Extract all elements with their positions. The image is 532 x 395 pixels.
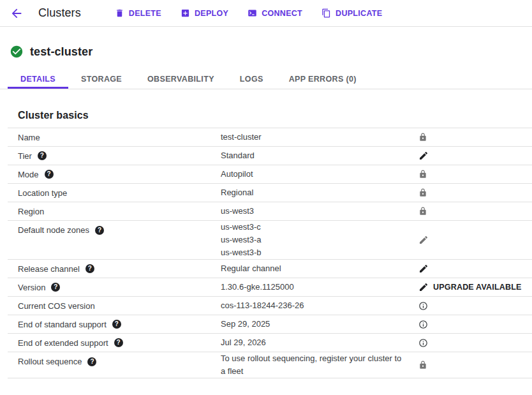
check-circle-icon [10,45,24,59]
row-label: End of standard support? [18,320,221,329]
back-arrow-icon [10,6,24,20]
delete-button[interactable]: DELETE [114,6,163,20]
row-value: Autopilot [221,168,407,181]
row-label: Region [18,207,221,216]
row-value-line: Autopilot [221,168,407,181]
row-value-line: Regional [221,186,407,199]
row-action [418,151,429,161]
action-button-label: DUPLICATE [336,9,382,18]
row-action [418,170,427,179]
row-value: Regular channel [221,262,407,275]
table-row: Tier?Standard [8,147,532,165]
basics-table: Nametest-clusterTier?StandardMode?Autopi… [8,128,532,378]
row-value: To use rollout sequencing, register your… [221,352,407,378]
tab-label: OBSERVABILITY [147,75,214,84]
row-value-line: cos-113-18244-236-26 [221,299,407,312]
row-action [418,338,428,348]
edit-button[interactable] [418,151,429,161]
row-label: Version? [18,283,221,292]
row-action [418,235,429,245]
info-icon [418,320,428,329]
help-icon[interactable]: ? [95,226,104,235]
row-value-line: Sep 29, 2025 [221,318,407,331]
row-value-line: 1.30.6-gke.1125000 [221,281,407,294]
row-label-text: Rollout sequence [18,357,82,366]
row-label-text: Tier [18,151,32,161]
row-label: Location type [18,188,221,198]
row-action [418,188,427,197]
help-icon[interactable]: ? [38,151,47,160]
cluster-title-row: test-cluster [0,44,532,59]
table-row: Current COS versioncos-113-18244-236-26 [8,297,532,315]
row-label: End of extended support? [18,338,221,348]
row-label-text: Location type [18,188,67,198]
help-icon[interactable]: ? [51,283,60,292]
row-label: Mode? [18,170,221,179]
tab-app-errors-0[interactable]: APP ERRORS (0) [276,69,369,89]
help-icon[interactable]: ? [112,320,121,329]
table-row: Rollout sequence?To use rollout sequenci… [8,352,532,378]
info-button[interactable] [418,320,428,329]
row-label-text: Mode [18,170,39,179]
lock-icon [418,170,427,179]
row-label-text: End of standard support [18,320,107,329]
row-action: UPGRADE AVAILABLE [418,282,522,292]
lock-icon [418,133,427,142]
help-icon[interactable]: ? [87,357,96,366]
lock-icon [418,207,427,216]
info-button[interactable] [418,338,428,348]
edit-button[interactable] [418,264,429,274]
row-value: us-west3 [221,205,407,218]
tab-details[interactable]: DETAILS [8,69,68,89]
tab-bar: DETAILSSTORAGEOBSERVABILITYLOGSAPP ERROR… [0,69,532,89]
tab-observability[interactable]: OBSERVABILITY [135,69,227,89]
row-value: 1.30.6-gke.1125000 [221,281,407,294]
help-icon[interactable]: ? [114,338,123,347]
row-label: Tier? [18,151,221,161]
row-label-text: Region [18,207,44,216]
row-label-text: Version [18,283,45,292]
terminal-icon [248,8,257,18]
row-value-line: a fleet [221,365,407,378]
connect-button[interactable]: CONNECT [246,6,304,20]
edit-button[interactable] [418,282,429,292]
table-row: End of standard support?Sep 29, 2025 [8,315,532,334]
page-title: Clusters [38,6,81,20]
row-value: Jul 29, 2026 [221,336,407,349]
row-value-line: Regular channel [221,262,407,275]
row-value-line: To use rollout sequencing, register your… [221,352,407,365]
tab-label: STORAGE [81,75,122,84]
tab-label: LOGS [240,75,263,84]
table-row: Regionus-west3 [8,202,532,221]
action-button-label: CONNECT [262,9,302,18]
header-actions: DELETEDEPLOYCONNECTDUPLICATE [114,6,384,20]
info-button[interactable] [418,301,428,311]
table-row: Version?1.30.6-gke.1125000UPGRADE AVAILA… [8,278,532,297]
main-content: test-cluster DETAILSSTORAGEOBSERVABILITY… [0,44,532,378]
deploy-button[interactable]: DEPLOY [179,6,230,20]
edit-icon [418,264,429,274]
delete-icon [115,8,124,18]
table-row: Default node zones?us-west3-cus-west3-au… [8,221,532,260]
row-action [418,301,428,311]
table-row: Mode?Autopilot [8,165,532,184]
row-action [418,264,429,274]
action-button-label: DEPLOY [195,9,228,18]
row-action [418,361,427,369]
row-action [418,320,428,329]
back-button[interactable] [8,5,25,22]
page-header: Clusters DELETEDEPLOYCONNECTDUPLICATE [0,0,532,27]
tab-label: DETAILS [20,75,55,84]
duplicate-button[interactable]: DUPLICATE [320,6,383,20]
help-icon[interactable]: ? [85,264,94,273]
row-action [418,207,427,216]
tab-logs[interactable]: LOGS [227,69,276,89]
table-row: Nametest-cluster [8,128,532,147]
help-icon[interactable]: ? [45,170,54,179]
row-label: Name [18,133,221,142]
row-value-line: us-west3-a [221,234,407,246]
tab-storage[interactable]: STORAGE [68,69,135,89]
upgrade-available-label[interactable]: UPGRADE AVAILABLE [433,283,522,292]
action-button-label: DELETE [129,9,161,18]
row-action [418,133,427,142]
